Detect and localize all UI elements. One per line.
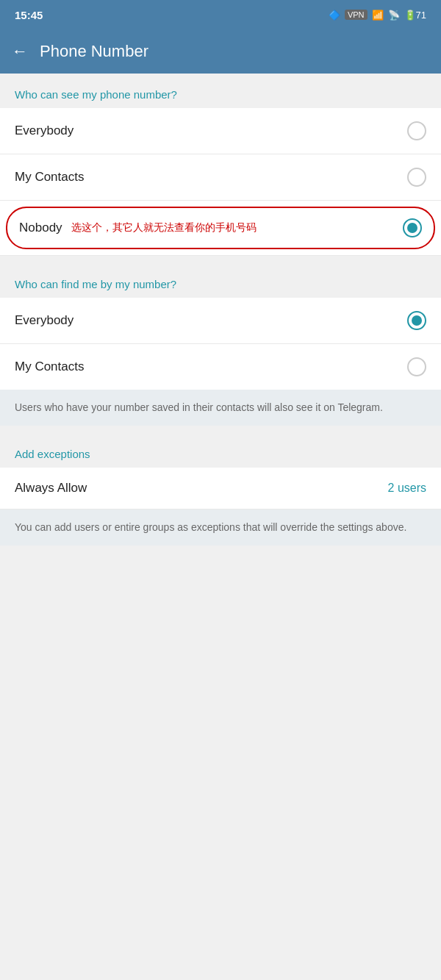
section1-options: Everybody My Contacts Nobody 选这个，其它人就无法查… <box>0 108 441 256</box>
option-mycontacts-see[interactable]: My Contacts <box>0 154 441 201</box>
signal-icon: 📶 <box>372 10 384 21</box>
nobody-label-group: Nobody 选这个，其它人就无法查看你的手机号码 <box>19 221 257 235</box>
section1-header: Who can see my phone number? <box>0 74 441 108</box>
exceptions-info: You can add users or entire groups as ex… <box>0 509 441 546</box>
bluetooth-icon: 🔷 <box>329 10 340 21</box>
vpn-badge: VPN <box>345 10 368 20</box>
exceptions-header[interactable]: Add exceptions <box>0 433 441 468</box>
empty-space <box>0 546 441 803</box>
option-mycontacts-find-label: My Contacts <box>15 360 84 374</box>
option-mycontacts-find[interactable]: My Contacts <box>0 344 441 390</box>
gap1 <box>0 256 441 263</box>
radio-everybody-find[interactable] <box>407 311 426 330</box>
radio-mycontacts-find[interactable] <box>407 357 426 376</box>
status-bar: 15:45 🔷 VPN 📶 📡 🔋71 <box>0 0 441 29</box>
section2-info: Users who have your number saved in thei… <box>0 390 441 426</box>
radio-mycontacts-see[interactable] <box>407 168 426 187</box>
always-allow-row[interactable]: Always Allow 2 users <box>0 468 441 509</box>
option-everybody-see-label: Everybody <box>15 124 74 138</box>
wifi-icon: 📡 <box>388 10 400 21</box>
content: Who can see my phone number? Everybody M… <box>0 74 441 803</box>
gap2 <box>0 426 441 433</box>
radio-nobody-see[interactable] <box>403 218 422 237</box>
option-everybody-see[interactable]: Everybody <box>0 108 441 154</box>
option-everybody-find[interactable]: Everybody <box>0 298 441 344</box>
always-allow-value: 2 users <box>388 482 426 495</box>
option-mycontacts-see-label: My Contacts <box>15 170 84 185</box>
back-button[interactable]: ← <box>12 42 28 61</box>
radio-everybody-see[interactable] <box>407 121 426 140</box>
always-allow-label: Always Allow <box>15 481 87 496</box>
battery-icon: 🔋71 <box>404 10 426 21</box>
option-nobody-see[interactable]: Nobody 选这个，其它人就无法查看你的手机号码 <box>6 207 435 249</box>
option-nobody-see-label: Nobody <box>19 221 62 235</box>
status-time: 15:45 <box>15 9 43 21</box>
nobody-row-wrapper: Nobody 选这个，其它人就无法查看你的手机号码 <box>0 201 441 256</box>
option-everybody-find-label: Everybody <box>15 313 74 328</box>
status-icons: 🔷 VPN 📶 📡 🔋71 <box>329 10 426 21</box>
app-bar: ← Phone Number <box>0 29 441 74</box>
section2-header: Who can find me by my number? <box>0 263 441 298</box>
nobody-annotation: 选这个，其它人就无法查看你的手机号码 <box>71 221 257 235</box>
page-title: Phone Number <box>40 42 148 61</box>
section2-options: Everybody My Contacts <box>0 298 441 390</box>
